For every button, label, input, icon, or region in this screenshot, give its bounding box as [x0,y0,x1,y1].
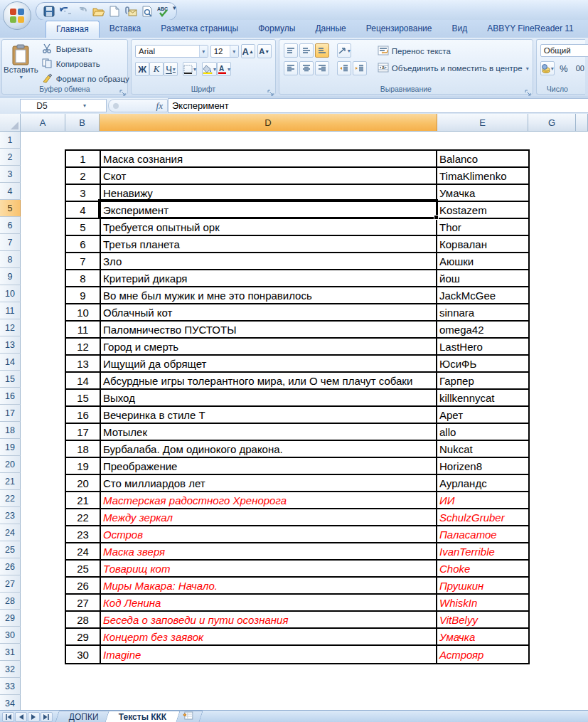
italic-button[interactable]: К [149,62,164,76]
clipboard-dialog-launcher[interactable] [119,86,126,92]
cell-number[interactable]: 25 [66,561,101,576]
row-header[interactable]: 7 [0,234,21,251]
align-left-button[interactable] [284,61,298,75]
ribbon-tab[interactable]: Разметка страницы [151,20,248,38]
cell-title[interactable]: Преображение [101,458,437,474]
row-header[interactable]: 13 [0,336,21,354]
cell-number[interactable]: 21 [66,492,101,508]
cell-title[interactable]: Миры Макара: Начало. [101,578,437,593]
underline-button[interactable]: Ч▾ [164,62,178,76]
row-header[interactable]: 19 [0,439,21,456]
row-header[interactable]: 2 [0,149,21,166]
cell-author[interactable]: Прушкин [437,578,528,593]
cell-title[interactable]: Маска зверя [101,543,437,559]
row-header[interactable]: 30 [0,627,21,644]
cell-title[interactable]: Бурбалаба. Дом одинокого дракона. [101,441,437,457]
cell-number[interactable]: 19 [66,458,101,474]
cell-title[interactable]: Товарищ кот [101,561,437,576]
cell-title[interactable]: Сто миллиардов лет [101,475,437,491]
merge-center-button[interactable]: a Объединить и поместить в центре ▾ [375,62,531,75]
row-header[interactable]: 33 [0,678,21,695]
row-header[interactable]: 28 [0,593,21,610]
cell-title[interactable]: Во мне был мужик и мне это понравилось [101,287,437,303]
name-box-dropdown-arrow[interactable]: ▾ [63,102,106,109]
cell-number[interactable]: 23 [66,526,101,542]
merge-center-dropdown-arrow[interactable]: ▾ [526,65,529,72]
cell-title[interactable]: Код Ленина [101,595,437,610]
cell-number[interactable]: 3 [66,185,101,201]
sheet-tab[interactable]: ДОПКИ [55,711,112,722]
sheet-tab[interactable]: Тексты ККК [105,711,181,722]
row-header[interactable]: 21 [0,473,21,490]
column-header[interactable]: D [100,114,437,131]
font-color-button[interactable]: A ▾ [217,62,231,76]
row-header[interactable]: 9 [0,268,21,285]
cell-author[interactable]: JackMcGee [437,287,528,303]
cell-author[interactable]: SchulzGruber [437,509,528,525]
number-format-combo[interactable]: Общий [540,44,588,57]
cell-number[interactable]: 13 [66,356,101,371]
cell-number[interactable]: 9 [66,287,101,303]
row-header[interactable]: 27 [0,575,21,593]
cut-button[interactable]: Вырезать [40,43,132,55]
cell-author[interactable]: йош [437,270,528,286]
cell-title[interactable]: Маска сознания [101,151,437,166]
cell-title[interactable]: Беседа о заповеди и пути осознания [101,612,437,627]
column-header[interactable]: B [65,114,100,131]
cell-author[interactable]: killkennycat [437,390,528,405]
cell-number[interactable]: 28 [66,612,101,627]
insert-function-button[interactable]: fx [156,100,163,112]
cell-author[interactable]: LastHero [437,339,528,354]
row-header[interactable]: 1 [0,132,21,149]
cell-title[interactable]: Абсурдные игры толерантного мира, или О … [101,373,437,388]
row-header[interactable]: 8 [0,251,21,268]
ribbon-tab[interactable]: Вставка [100,20,151,38]
align-top-button[interactable] [284,43,298,58]
cell-title[interactable]: Город и смерть [101,339,437,354]
percent-button[interactable]: % [557,61,571,75]
font-size-combo[interactable]: 12 ▾ [210,45,239,58]
cell-author[interactable]: Kostazem [437,202,528,218]
row-header[interactable]: 18 [0,422,21,439]
row-header[interactable]: 20 [0,456,21,473]
cell-title[interactable]: Ненавижу [101,185,437,201]
cell-title[interactable]: Скот [101,168,437,184]
cell-author[interactable]: Гарпер [437,373,528,388]
row-header[interactable]: 32 [0,661,21,678]
ribbon-tab[interactable]: ABBYY FineReader 11 [477,20,584,38]
row-header[interactable]: 31 [0,644,21,661]
cell-title[interactable]: Между зеркал [101,509,437,525]
redo-button[interactable] [75,4,89,18]
cell-number[interactable]: 2 [66,168,101,184]
row-header[interactable]: 14 [0,354,21,371]
font-dialog-launcher[interactable] [267,86,274,92]
row-header[interactable]: 4 [0,183,21,200]
cell-author[interactable]: omega42 [437,322,528,337]
row-header[interactable]: 5 [0,200,21,217]
cell-number[interactable]: 8 [66,270,101,286]
cell-title[interactable]: Ищущий да обрящет [101,356,437,371]
cell-number[interactable]: 24 [66,543,101,559]
new-document-button[interactable] [107,4,122,18]
cell-title[interactable]: Мотылек [101,424,437,440]
cell-number[interactable]: 18 [66,441,101,457]
spelling-button[interactable]: ABC [156,4,171,18]
cell-number[interactable]: 6 [66,236,101,252]
cell-number[interactable]: 29 [66,629,101,644]
paste-button[interactable]: Вставить ▾ [4,42,38,83]
cell-author[interactable]: TimaKlimenko [437,168,528,184]
cell-number[interactable]: 15 [66,390,101,405]
cell-number[interactable]: 17 [66,424,101,440]
cell-author[interactable]: IvanTerrible [437,543,528,559]
open-button[interactable] [91,4,105,18]
align-bottom-button[interactable] [315,43,329,58]
cell-author[interactable]: sinnara [437,304,528,320]
cell-number[interactable]: 1 [66,151,101,166]
copy-button[interactable]: Копировать [40,58,132,70]
cell-title[interactable]: Остров [101,526,437,542]
row-header[interactable]: 11 [0,302,21,319]
cell-author[interactable]: Аурландс [437,475,528,491]
column-header[interactable]: A [21,114,65,131]
cell-number[interactable]: 10 [66,304,101,320]
alignment-dialog-launcher[interactable] [525,86,531,92]
